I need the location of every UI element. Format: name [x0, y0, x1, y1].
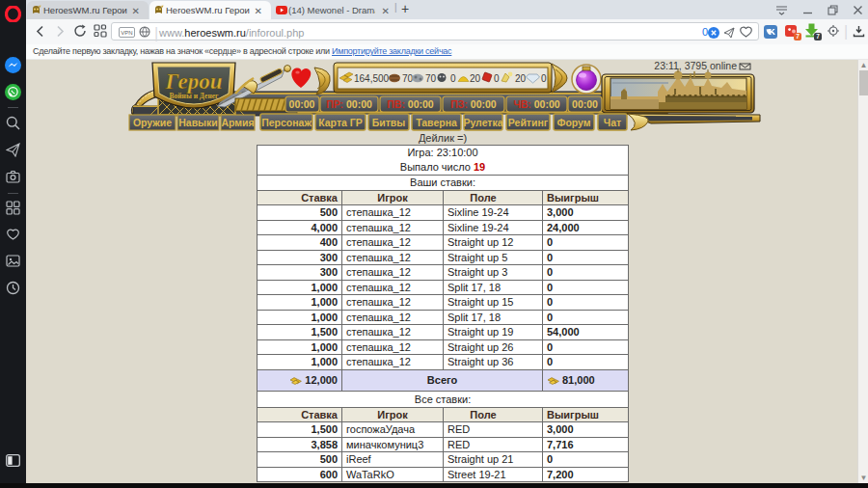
svg-text:0: 0: [541, 73, 547, 84]
svg-text:00:00: 00:00: [572, 98, 598, 110]
svg-text:20: 20: [470, 73, 481, 84]
svg-text:Навыки: Навыки: [178, 117, 218, 128]
svg-text:Таверна: Таверна: [416, 117, 457, 128]
svg-text:0: 0: [494, 73, 500, 84]
svg-text:Битвы: Битвы: [372, 117, 406, 128]
svg-text:Армия: Армия: [221, 117, 254, 128]
svg-text:0: 0: [450, 73, 456, 84]
svg-text:Герои: Герои: [164, 69, 222, 94]
svg-text:ПЗ: 00:00: ПЗ: 00:00: [450, 98, 497, 110]
svg-text:Войны и Денег: Войны и Денег: [170, 92, 220, 100]
svg-text:Карта ГР: Карта ГР: [318, 117, 363, 128]
svg-text:ЧВ: 00:00: ЧВ: 00:00: [513, 98, 559, 110]
svg-text:23:11, 3795 online: 23:11, 3795 online: [654, 60, 737, 71]
svg-text:70: 70: [425, 73, 437, 84]
svg-text:ПР: 00:00: ПР: 00:00: [326, 98, 372, 110]
svg-text:70: 70: [402, 73, 414, 84]
svg-text:00:00: 00:00: [289, 98, 315, 110]
svg-text:ПВ: 00:00: ПВ: 00:00: [387, 98, 434, 110]
svg-text:Чат: Чат: [604, 117, 621, 128]
svg-text:Форум: Форум: [556, 117, 590, 128]
svg-text:Персонаж: Персонаж: [261, 117, 312, 128]
svg-text:164,500: 164,500: [354, 73, 390, 84]
svg-text:Рулетка: Рулетка: [463, 117, 502, 128]
svg-text:20: 20: [515, 73, 527, 84]
svg-text:Оружие: Оружие: [133, 117, 172, 128]
svg-text:Рейтинг: Рейтинг: [508, 117, 549, 128]
